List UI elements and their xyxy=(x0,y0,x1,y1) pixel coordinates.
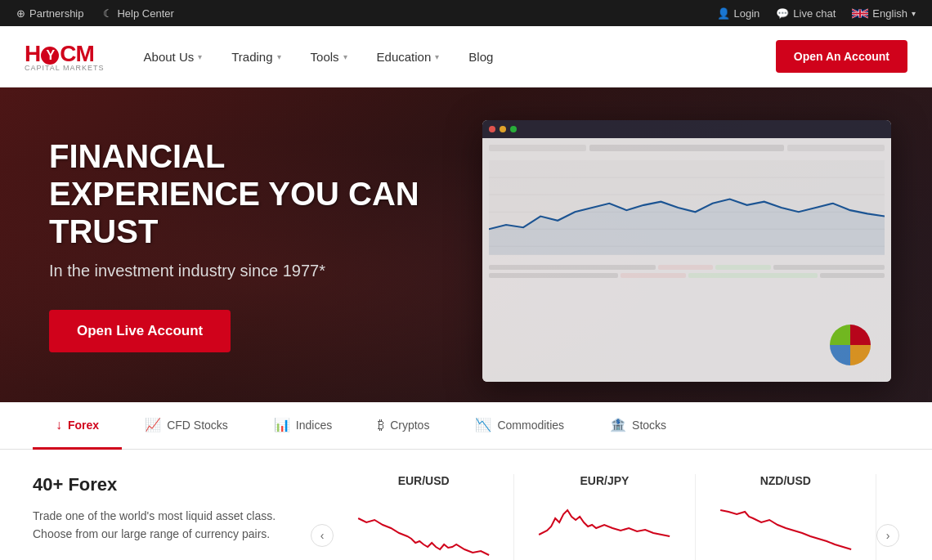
chart-card-nzdusd: NZD/USD BID 0.58652 ASK 0.5866 xyxy=(696,474,876,560)
tab-cryptos[interactable]: ₿ Cryptos xyxy=(355,403,452,450)
tab-description: Trade one of the world's most liquid ass… xyxy=(33,507,278,544)
navbar: HYCM Capital Markets About Us ▾ Trading … xyxy=(0,26,932,87)
chart-card-eurusd: EUR/USD BID 1.07328 ASK 1.07329 xyxy=(334,474,514,560)
chevron-down-icon: ▾ xyxy=(343,52,347,61)
nav-trading[interactable]: Trading ▾ xyxy=(217,26,295,87)
tab-cfd-stocks[interactable]: 📈 CFD Stocks xyxy=(122,402,251,450)
open-live-account-button[interactable]: Open Live Account xyxy=(49,310,231,352)
tab-content-forex: 40+ Forex Trade one of the world's most … xyxy=(0,450,932,560)
tab-info: 40+ Forex Trade one of the world's most … xyxy=(33,474,278,560)
top-bar: ⊕ Partnership ☾ Help Center 👤 Login 💬 Li… xyxy=(0,0,932,26)
nav-tools[interactable]: Tools ▾ xyxy=(296,26,362,87)
nav-links: About Us ▾ Trading ▾ Tools ▾ Education ▾… xyxy=(129,26,776,87)
hero-content: FINANCIAL EXPERIENCE YOU CAN TRUST In th… xyxy=(0,137,491,352)
top-bar-right: 👤 Login 💬 Live chat English ▾ xyxy=(717,7,916,20)
chevron-down-icon: ▾ xyxy=(198,52,202,61)
nav-about-us[interactable]: About Us ▾ xyxy=(129,26,217,87)
partnership-link[interactable]: ⊕ Partnership xyxy=(16,7,83,20)
login-link[interactable]: 👤 Login xyxy=(717,7,760,20)
user-icon: 👤 xyxy=(717,7,730,20)
sparkline-nzdusd xyxy=(712,494,859,559)
live-chat-link[interactable]: 💬 Live chat xyxy=(776,7,836,20)
pie-chart-visual xyxy=(826,320,875,370)
hero-subtitle: In the investment industry since 1977* xyxy=(49,262,441,280)
tab-commodities[interactable]: 📉 Commodities xyxy=(452,402,587,450)
hero-chart-visual xyxy=(482,120,891,382)
cfd-icon: 📈 xyxy=(145,417,161,432)
pair-label-eurjpy: EUR/JPY xyxy=(531,474,678,487)
top-bar-left: ⊕ Partnership ☾ Help Center xyxy=(16,7,174,20)
hero-line-chart xyxy=(489,159,885,257)
tab-forex[interactable]: ↓ Forex xyxy=(33,403,122,450)
chat-icon: 💬 xyxy=(776,7,789,20)
partnership-icon: ⊕ xyxy=(16,7,25,20)
help-icon: ☾ xyxy=(103,7,113,20)
hero-section: FINANCIAL EXPERIENCE YOU CAN TRUST In th… xyxy=(0,87,932,402)
nav-blog[interactable]: Blog xyxy=(454,26,508,87)
tabs-nav: ↓ Forex 📈 CFD Stocks 📊 Indices ₿ Cryptos… xyxy=(0,402,932,450)
hero-title: FINANCIAL EXPERIENCE YOU CAN TRUST xyxy=(49,137,441,250)
sparkline-eurusd xyxy=(350,494,497,559)
tab-indices[interactable]: 📊 Indices xyxy=(251,402,355,450)
open-account-button[interactable]: Open An Account xyxy=(776,40,907,73)
logo-subtitle: Capital Markets xyxy=(25,64,105,72)
tab-heading: 40+ Forex xyxy=(33,474,278,495)
chart-card-eurjpy: EUR/JPY BID 158.139 ASK 158.149 xyxy=(514,474,695,560)
uk-flag-icon xyxy=(852,8,868,19)
pair-label-eurusd: EUR/USD xyxy=(350,474,497,487)
chevron-down-icon: ▾ xyxy=(435,52,439,61)
commodities-icon: 📉 xyxy=(475,417,491,432)
language-selector[interactable]: English ▾ xyxy=(852,7,916,20)
prev-arrow[interactable]: ‹ xyxy=(311,524,334,547)
pair-label-nzdusd: NZD/USD xyxy=(712,474,859,487)
indices-icon: 📊 xyxy=(274,417,290,432)
chevron-down-icon: ▾ xyxy=(277,52,281,61)
crypto-icon: ₿ xyxy=(378,418,384,432)
trading-tabs-section: ↓ Forex 📈 CFD Stocks 📊 Indices ₿ Cryptos… xyxy=(0,402,932,560)
nav-education[interactable]: Education ▾ xyxy=(362,26,455,87)
tab-stocks[interactable]: 🏦 Stocks xyxy=(587,402,689,450)
chevron-down-icon: ▾ xyxy=(912,9,916,18)
stocks-icon: 🏦 xyxy=(610,417,626,432)
sparkline-eurjpy xyxy=(531,494,678,559)
next-arrow[interactable]: › xyxy=(876,524,899,547)
help-center-link[interactable]: ☾ Help Center xyxy=(103,7,173,20)
charts-row: ‹ EUR/USD BID 1.07328 ASK 1.07329 xyxy=(311,474,899,560)
logo[interactable]: HYCM Capital Markets xyxy=(25,41,105,72)
forex-icon: ↓ xyxy=(56,418,62,432)
